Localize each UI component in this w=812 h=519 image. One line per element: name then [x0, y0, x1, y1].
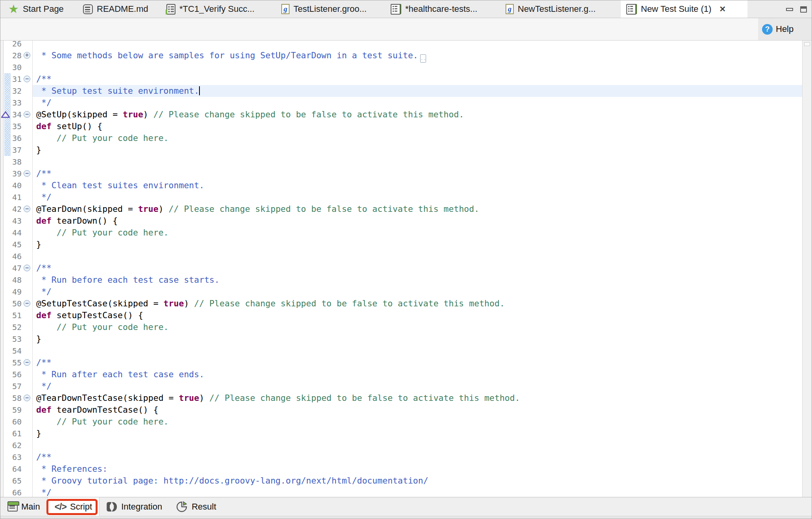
- star-icon: ★: [8, 3, 19, 15]
- fold-column: −: [22, 203, 33, 215]
- editor-tab-newtestlistener-g-[interactable]: gNewTestListener.g...: [500, 0, 612, 18]
- view-tab-label: Result: [192, 502, 216, 512]
- editor-tab-readme-md[interactable]: README.md: [78, 0, 161, 18]
- fold-column: [22, 120, 33, 132]
- view-tab-main[interactable]: Main: [0, 497, 47, 516]
- code-line-53: 53}: [4, 333, 802, 345]
- view-tab-script[interactable]: </>Script: [47, 497, 100, 516]
- code-line-66: 66 */: [4, 487, 802, 497]
- view-tab-label: Main: [21, 502, 40, 512]
- help-label: Help: [776, 24, 794, 34]
- code-line-45: 45}: [4, 239, 802, 250]
- code-line-43: 43def tearDown() {: [4, 215, 802, 227]
- code-text: * Groovy tutorial page: http://docs.groo…: [33, 475, 802, 487]
- fold-minus-icon[interactable]: −: [24, 395, 30, 401]
- fold-column: [22, 463, 33, 475]
- fold-column: −: [22, 73, 33, 85]
- maximize-icon[interactable]: [800, 6, 807, 13]
- line-number: 60: [4, 416, 22, 428]
- testsuite-icon: [626, 4, 637, 15]
- code-line-50: 50−@SetupTestCase(skipped = true) // Ple…: [4, 298, 802, 310]
- view-window-buttons: [786, 0, 807, 18]
- fold-minus-icon[interactable]: −: [24, 206, 30, 212]
- line-number: 40: [4, 180, 22, 191]
- line-number: 48: [4, 274, 22, 286]
- code-line-52: 52 // Put your code here.: [4, 321, 802, 333]
- integration-icon: [107, 502, 118, 512]
- code-line-63: 63/**: [4, 451, 802, 463]
- code-text: * Some methods below are samples for usi…: [33, 50, 802, 61]
- code-line-28: 28+ * Some methods below are samples for…: [4, 50, 802, 61]
- fold-minus-icon[interactable]: −: [24, 76, 30, 82]
- tab-label: *TC1_Verify Succ...: [179, 4, 255, 14]
- fold-column: −: [22, 109, 33, 120]
- code-text: @TearDown(skipped = true) // Please chan…: [33, 203, 802, 215]
- editor-tab-start-page[interactable]: ★Start Page: [3, 0, 78, 18]
- overview-ruler-header: [804, 42, 810, 46]
- line-number: 52: [4, 321, 22, 333]
- code-line-47: 47−/**: [4, 262, 802, 274]
- code-line-35: 35def setUp() {: [4, 120, 802, 132]
- fold-column: [22, 321, 33, 333]
- code-line-37: 37}: [4, 144, 802, 156]
- tab-label: New Test Suite (1): [641, 4, 711, 14]
- help-button[interactable]: ? Help: [758, 18, 812, 40]
- code-text: @SetUp(skipped = true) // Please change …: [33, 109, 802, 120]
- tab-label: NewTestListener.g...: [518, 4, 596, 14]
- editor-tab--tc1-verify-succ-[interactable]: *TC1_Verify Succ...: [161, 0, 276, 18]
- fold-column: [22, 156, 33, 168]
- fold-column: [22, 369, 33, 380]
- line-number: 58: [4, 392, 22, 404]
- line-number: 44: [4, 227, 22, 239]
- code-text: */: [33, 191, 802, 203]
- fold-plus-icon[interactable]: +: [24, 52, 30, 59]
- fold-minus-icon[interactable]: −: [24, 111, 30, 118]
- view-tab-integration[interactable]: Integration: [100, 497, 169, 516]
- line-number: 56: [4, 369, 22, 380]
- code-line-46: 46: [4, 250, 802, 262]
- fold-column: [22, 428, 33, 439]
- code-line-42: 42−@TearDown(skipped = true) // Please c…: [4, 203, 802, 215]
- overview-ruler-scrollbar[interactable]: [802, 41, 812, 497]
- editor-tab-bar: ★Start PageREADME.md*TC1_Verify Succ...g…: [0, 0, 812, 18]
- close-icon[interactable]: ✕: [719, 4, 726, 14]
- line-number: 38: [4, 156, 22, 168]
- code-editor[interactable]: 2628+ * Some methods below are samples f…: [0, 41, 812, 497]
- code-line-56: 56 * Run after each test case ends.: [4, 369, 802, 380]
- fold-column: [22, 239, 33, 250]
- line-number: 26: [4, 41, 22, 50]
- line-number: 59: [4, 404, 22, 416]
- editor-tab--healthcare-tests-[interactable]: *healthcare-tests...: [385, 0, 500, 18]
- editor-tab-testlistener-groo-[interactable]: gTestListener.groo...: [276, 0, 385, 18]
- fold-column: [22, 85, 33, 97]
- fold-column: [22, 475, 33, 487]
- fold-minus-icon[interactable]: −: [24, 170, 30, 177]
- code-text: */: [33, 487, 802, 497]
- line-number: 46: [4, 250, 22, 262]
- fold-minus-icon[interactable]: −: [24, 265, 30, 271]
- line-number: 39: [4, 168, 22, 180]
- line-number: 65: [4, 475, 22, 487]
- code-line-39: 39−/**: [4, 168, 802, 180]
- code-line-61: 61}: [4, 428, 802, 439]
- main-view-icon: [7, 502, 18, 512]
- line-number: 53: [4, 333, 22, 345]
- fold-minus-icon[interactable]: −: [24, 300, 30, 307]
- testsuite-icon: [391, 4, 401, 15]
- code-text: // Put your code here.: [33, 416, 802, 428]
- editor-tab-new-test-suite-1-[interactable]: New Test Suite (1)✕: [621, 0, 747, 18]
- document-icon: [83, 4, 93, 14]
- view-tab-result[interactable]: Result: [169, 497, 223, 516]
- line-number: 32: [4, 85, 22, 97]
- code-text: [33, 250, 802, 262]
- code-text: * Run before each test case starts.: [33, 274, 802, 286]
- editor-toolbar-row: ? Help: [0, 18, 812, 41]
- line-number: 31: [4, 73, 22, 85]
- result-pie-icon: [176, 501, 188, 513]
- minimize-icon[interactable]: [786, 8, 793, 11]
- line-number: 43: [4, 215, 22, 227]
- fold-minus-icon[interactable]: −: [24, 359, 30, 366]
- code-text: * References:: [33, 463, 802, 475]
- tab-label: TestListener.groo...: [293, 4, 367, 14]
- code-text: */: [33, 286, 802, 298]
